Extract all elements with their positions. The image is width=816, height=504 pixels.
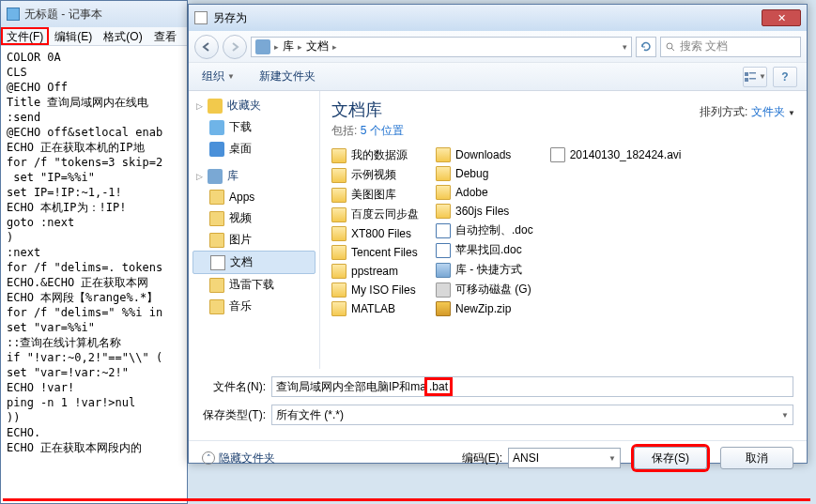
tree-xunlei[interactable]: 迅雷下载 [189, 274, 319, 296]
tree-desktop[interactable]: 桌面 [189, 138, 319, 160]
breadcrumb[interactable]: ▸ 库 ▸ 文档 ▸ ▾ [251, 37, 632, 57]
tree-music[interactable]: 音乐 [189, 296, 319, 317]
folder-icon [436, 185, 451, 200]
toolbar: 组织▼ 新建文件夹 ▼ ? [189, 63, 807, 91]
folder-icon [331, 283, 346, 298]
tree-pictures[interactable]: 图片 [189, 229, 319, 251]
file-item[interactable]: MATLAB [331, 300, 419, 317]
view-button[interactable]: ▼ [743, 67, 767, 87]
svg-rect-3 [749, 72, 756, 74]
file-item[interactable]: 美图图库 [331, 186, 419, 204]
cancel-button[interactable]: 取消 [720, 447, 793, 469]
menu-view[interactable]: 查看 [148, 27, 182, 45]
file-item[interactable]: 库 - 快捷方式 [436, 261, 533, 279]
zip-icon [436, 301, 451, 316]
library-subtitle: 包括: 5 个位置 [331, 123, 795, 139]
lib-icon [436, 263, 451, 278]
search-input[interactable]: 搜索 文档 [660, 37, 801, 57]
folder-icon [331, 148, 346, 163]
tree-documents[interactable]: 文档 [192, 251, 316, 274]
svg-rect-5 [749, 78, 756, 80]
menu-format[interactable]: 格式(O) [98, 27, 147, 45]
forward-button[interactable] [223, 35, 247, 59]
dialog-titlebar[interactable]: 另存为 ✕ [189, 5, 807, 31]
file-item[interactable]: ppstream [331, 263, 419, 280]
file-item[interactable]: My ISO Files [331, 282, 419, 298]
save-button[interactable]: 保存(S) [634, 447, 707, 469]
notepad-body[interactable]: COLOR 0A CLS @ECHO Off Title 查询局域网内在线电 :… [1, 46, 187, 459]
file-item[interactable]: Debug [436, 165, 533, 182]
folder-icon [331, 264, 346, 279]
crumb-2[interactable]: 文档 [306, 38, 329, 54]
docx-icon [436, 243, 451, 258]
file-item[interactable]: Tencent Files [331, 244, 419, 261]
view-icon [744, 71, 757, 83]
svg-rect-2 [745, 72, 748, 76]
file-item[interactable]: 示例视频 [331, 166, 419, 184]
folder-icon [436, 204, 451, 219]
filename-input[interactable]: 查询局域网内全部电脑IP和ma.bat [271, 376, 793, 397]
svg-rect-4 [745, 78, 748, 82]
file-item[interactable]: 苹果找回.doc [436, 241, 533, 259]
download-icon [209, 120, 224, 135]
file-item[interactable]: 百度云同步盘 [331, 206, 419, 223]
hide-folders-button[interactable]: ˄ 隐藏文件夹 [202, 451, 275, 466]
tree-apps[interactable]: Apps [189, 187, 319, 207]
crumb-1[interactable]: 库 [283, 38, 294, 54]
notepad-title: 无标题 - 记事本 [24, 7, 102, 23]
drive-icon [436, 283, 451, 298]
new-folder-button[interactable]: 新建文件夹 [255, 67, 319, 86]
menu-edit[interactable]: 编辑(E) [49, 27, 98, 45]
file-item[interactable]: 360js Files [436, 203, 533, 220]
refresh-icon [640, 41, 652, 53]
library-icon [255, 39, 270, 54]
refresh-button[interactable] [636, 37, 656, 57]
search-icon [665, 41, 676, 53]
notepad-titlebar[interactable]: 无标题 - 记事本 [1, 1, 187, 27]
filetype-select[interactable]: 所有文件 (*.*)▼ [271, 405, 793, 425]
organize-button[interactable]: 组织▼ [198, 67, 239, 86]
folder-icon [209, 211, 224, 226]
close-button[interactable]: ✕ [762, 9, 801, 26]
file-list-pane[interactable]: 文档库 排列方式: 文件夹 ▼ 包括: 5 个位置 我的数据源示例视频美图图库百… [320, 91, 807, 369]
menu-file[interactable]: 文件(F) [1, 27, 49, 45]
tree-pane[interactable]: ▷ 收藏夹 下载 桌面 ▷ 库 Apps 视频 图片 文档 迅雷下载 音乐 [189, 91, 320, 369]
library-title: 文档库 [331, 99, 382, 121]
tree-downloads[interactable]: 下载 [189, 116, 319, 138]
notepad-menubar: 文件(F) 编辑(E) 格式(O) 查看 [1, 27, 187, 46]
folder-icon [436, 147, 451, 162]
desktop-icon [209, 142, 224, 157]
help-button[interactable]: ? [773, 67, 797, 87]
dialog-title: 另存为 [213, 10, 247, 26]
folder-icon [331, 226, 346, 241]
tree-favorites[interactable]: ▷ 收藏夹 [189, 95, 319, 116]
tree-videos[interactable]: 视频 [189, 207, 319, 229]
file-item[interactable]: 20140130_182424.avi [550, 146, 682, 163]
encoding-label: 编码(E): [462, 451, 502, 466]
file-item[interactable]: NewZip.zip [436, 300, 533, 317]
file-item[interactable]: 我的数据源 [331, 146, 419, 164]
file-item[interactable]: XT800 Files [331, 225, 419, 242]
file-item[interactable]: 可移动磁盘 (G) [436, 281, 533, 298]
file-item[interactable]: Adobe [436, 184, 533, 201]
notepad-window: 无标题 - 记事本 文件(F) 编辑(E) 格式(O) 查看 COLOR 0A … [0, 0, 188, 504]
tree-libraries[interactable]: ▷ 库 [189, 165, 319, 187]
file-item[interactable]: Downloads [436, 146, 533, 163]
search-placeholder: 搜索 文档 [680, 38, 728, 54]
folder-icon [209, 278, 224, 293]
back-button[interactable] [194, 35, 219, 59]
folder-icon [209, 190, 224, 205]
bottom-highlight [3, 498, 810, 501]
encoding-select[interactable]: ANSI▼ [508, 448, 621, 468]
star-icon [208, 99, 223, 114]
folder-icon [331, 301, 346, 316]
sort-by[interactable]: 排列方式: 文件夹 ▼ [700, 104, 795, 120]
form-area: 文件名(N): 查询局域网内全部电脑IP和ma.bat 保存类型(T): 所有文… [189, 369, 807, 440]
arrow-left-icon [201, 41, 212, 53]
folder-icon [331, 245, 346, 260]
notepad-icon [7, 8, 20, 21]
locations-link[interactable]: 5 个位置 [361, 124, 404, 137]
file-item[interactable]: 自动控制、.doc [436, 221, 533, 239]
arrow-right-icon [229, 41, 240, 53]
dialog-icon [194, 11, 208, 24]
